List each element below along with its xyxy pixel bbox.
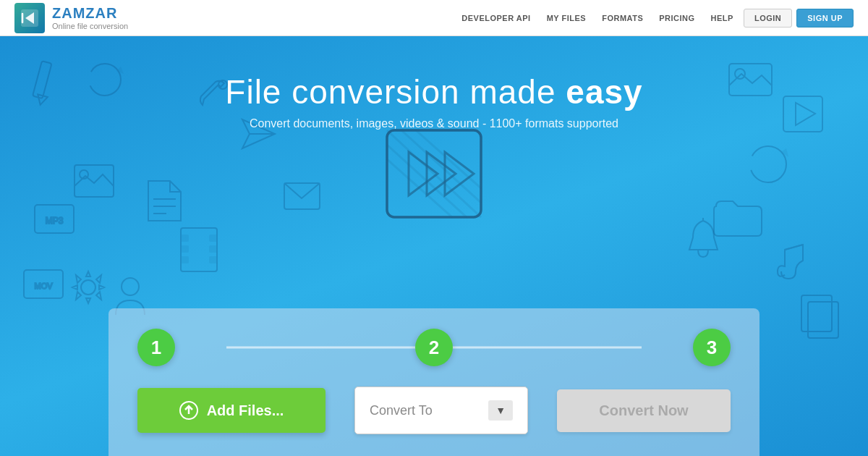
hero-subtitle: Convert documents, images, videos & soun…: [225, 117, 642, 130]
svg-marker-19: [796, 103, 815, 125]
svg-marker-2: [35, 94, 48, 106]
convert-now-button[interactable]: Convert Now: [557, 389, 731, 432]
formats-link[interactable]: FORMATS: [596, 11, 649, 25]
add-files-button[interactable]: Add Files...: [137, 388, 326, 433]
svg-rect-29: [181, 228, 217, 271]
my-files-link[interactable]: MY FILES: [541, 11, 592, 25]
svg-rect-35: [210, 257, 217, 263]
signup-button[interactable]: SIGN UP: [796, 9, 854, 28]
svg-rect-16: [729, 64, 772, 96]
logo-name: ZAMZAR: [52, 4, 128, 22]
svg-rect-24: [801, 295, 832, 332]
svg-rect-31: [181, 246, 188, 252]
hero-title-bold: easy: [566, 73, 642, 111]
svg-text:MP3: MP3: [46, 216, 64, 226]
svg-point-20: [750, 146, 786, 182]
svg-rect-27: [75, 165, 114, 197]
upload-icon: [179, 401, 198, 420]
main-section: MP3 MOV: [0, 36, 868, 456]
logo-area: ZAMZAR Online file conversion: [14, 3, 128, 33]
svg-rect-32: [181, 257, 188, 263]
svg-text:MOV: MOV: [34, 282, 53, 290]
logo-sub: Online file conversion: [52, 22, 128, 31]
svg-marker-21: [781, 148, 788, 157]
hero-section: File conversion made easy Convert docume…: [225, 36, 642, 130]
svg-rect-33: [210, 235, 217, 241]
svg-line-22: [785, 245, 803, 250]
svg-rect-18: [783, 96, 822, 132]
svg-rect-14: [24, 270, 63, 298]
actions-row: Add Files... Convert To ▼ Convert Now: [137, 387, 731, 434]
step-1-circle: 1: [137, 329, 175, 366]
steps-bar: 1 2 3: [137, 329, 731, 366]
logo-icon: [14, 3, 45, 33]
steps-panel: 1 2 3 Add Files... Convert To ▼ Convert …: [109, 308, 760, 456]
svg-point-17: [735, 69, 745, 79]
developer-api-link[interactable]: DEVELOPER API: [456, 11, 536, 25]
svg-marker-4: [116, 67, 124, 74]
svg-line-41: [387, 130, 481, 217]
svg-rect-1: [33, 61, 51, 98]
logo-text: ZAMZAR Online file conversion: [52, 4, 128, 31]
step-3-circle: 3: [693, 329, 731, 366]
svg-point-25: [81, 280, 95, 295]
svg-rect-34: [210, 246, 217, 252]
svg-point-28: [80, 170, 88, 179]
convert-to-label: Convert To: [370, 403, 433, 418]
svg-point-26: [122, 278, 139, 295]
hero-title-light: File conversion made: [225, 73, 556, 111]
svg-point-3: [89, 64, 121, 96]
svg-rect-12: [35, 205, 74, 233]
convert-to-select[interactable]: Convert To ▼: [354, 387, 528, 434]
nav-links: DEVELOPER API MY FILES FORMATS PRICING H…: [456, 9, 854, 28]
svg-rect-8: [284, 183, 320, 209]
chevron-down-icon: ▼: [488, 400, 513, 421]
login-button[interactable]: LOGIN: [744, 9, 792, 28]
pricing-link[interactable]: PRICING: [653, 11, 700, 25]
hero-title: File conversion made easy: [225, 72, 642, 111]
header: ZAMZAR Online file conversion DEVELOPER …: [0, 0, 868, 36]
add-files-label: Add Files...: [207, 402, 284, 419]
help-link[interactable]: HELP: [705, 11, 739, 25]
svg-rect-30: [181, 235, 188, 241]
center-conversion-icon: [376, 123, 492, 224]
step-2-circle: 2: [415, 329, 453, 366]
svg-rect-23: [808, 302, 838, 338]
